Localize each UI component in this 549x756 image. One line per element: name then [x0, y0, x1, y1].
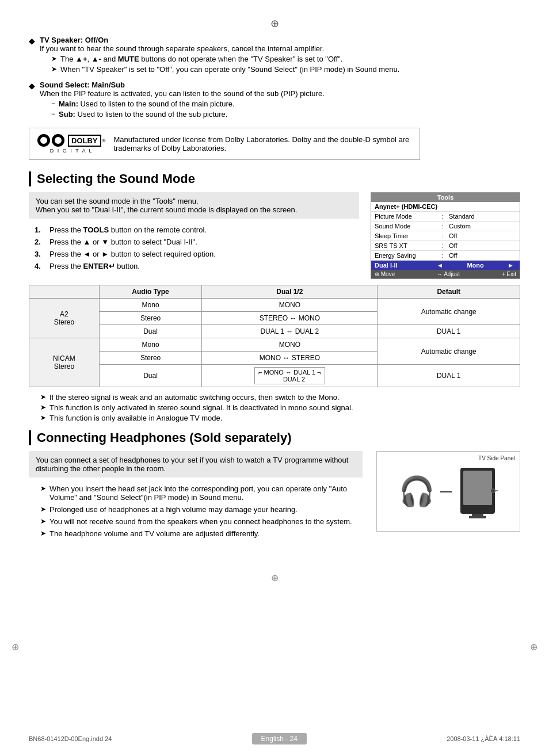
headphones-note-2: ➤ Prolonged use of headphones at a high … — [40, 505, 365, 514]
tools-panel-title: Tools — [371, 193, 520, 202]
arrow-icon: ➤ — [40, 414, 46, 422]
arrow-icon: ➤ — [40, 403, 46, 411]
tools-row-picture: Picture Mode : Standard — [371, 212, 520, 222]
headphones-note-3-text: You will not receive sound from the spea… — [49, 517, 352, 526]
tools-row-value: Off — [449, 242, 516, 249]
table-cell-dual: DUAL 1 ↔ DUAL 2 — [202, 325, 378, 338]
arrow-icon: ➤ — [51, 55, 57, 63]
arrow-left-icon: ◄ — [437, 262, 443, 269]
table-cell-default: Automatic change — [378, 299, 520, 325]
arrow-icon: ➤ — [40, 517, 46, 525]
arrow-icon: ➤ — [51, 65, 57, 73]
arrow-right-icon: ► — [508, 262, 514, 269]
headphones-info-box: You can connect a set of headphones to y… — [29, 451, 363, 478]
tools-row-label: SRS TS XT — [375, 242, 442, 249]
tools-row-sleep: Sleep Timer : Off — [371, 231, 520, 241]
tools-footer-adjust: ↔ Adjust — [437, 271, 460, 277]
headphones-note-4-text: The headphone volume and TV volume are a… — [49, 529, 260, 538]
dolby-text: Manufactured under license from Dolby La… — [113, 135, 411, 152]
sound-mode-info-box: You can set the sound mode in the "Tools… — [29, 192, 359, 219]
table-cell-dual: STEREO ↔ MONO — [202, 312, 378, 325]
connector-line — [440, 491, 452, 492]
dolby-box: DOLBY® D I G I T A L Manufactured under … — [29, 128, 420, 160]
table-cell-group: A2Stereo — [29, 299, 100, 338]
headphone-icon: 🎧 — [399, 475, 434, 508]
dash-icon: − — [51, 100, 55, 108]
sound-select-title: Sound Select: Main/Sub — [40, 81, 125, 89]
compass-bottom-icon: ⊕ — [29, 572, 520, 583]
table-cell-default: Automatic change — [378, 338, 520, 365]
table-cell-dual: MONO — [202, 338, 378, 352]
table-cell-dual: MONO ↔ STEREO — [202, 352, 378, 365]
sound-select-sub: Sub: Used to listen to the sound of the … — [59, 110, 227, 119]
section-header: Connecting Headphones (Sold separately) — [29, 430, 520, 445]
step-3: 3. Press the ◄ or ► button to select req… — [35, 250, 359, 258]
tv-body — [458, 462, 498, 521]
tools-row-label: Anynet+ (HDMI-CEC) — [375, 203, 516, 210]
tools-row-label: Picture Mode — [375, 213, 442, 220]
tools-panel: Tools Anynet+ (HDMI-CEC) Picture Mode : … — [371, 192, 520, 279]
table-cell-type: Stereo — [99, 312, 201, 325]
table-row: NICAMStereo Mono MONO Automatic change — [29, 338, 520, 352]
tv-side-label: TV Side Panel — [478, 455, 515, 461]
note-1-text: If the stereo signal is weak and an auto… — [49, 393, 340, 402]
svg-point-5 — [492, 490, 494, 492]
tools-row-label: Sound Mode — [375, 223, 442, 230]
tools-row-value: Standard — [449, 213, 516, 220]
tv-speaker-sub1: The ▲+, ▲- and MUTE buttons do not opera… — [60, 55, 342, 63]
note-2: ➤ This function is only activated in ste… — [40, 403, 520, 412]
table-cell-dual: ⌐ MONO ↔ DUAL 1 ¬ DUAL 2 — [202, 365, 378, 387]
dolby-sub-text: D I G I T A L — [50, 148, 93, 154]
step-1-text: Press the TOOLS button on the remote con… — [49, 226, 207, 234]
tools-row-sound: Sound Mode : Custom — [371, 222, 520, 231]
footer-right: 2008-03-11 ¿ÀÈÄ 4:18:11 — [447, 735, 520, 742]
tools-row-value: Off — [449, 252, 516, 259]
step-4: 4. Press the ENTER↵ button. — [35, 262, 359, 270]
info-line2: When you set to "Dual I-II", the current… — [36, 205, 297, 214]
table-cell-type: Mono — [99, 338, 201, 352]
table-header-dual: Dual 1/2 — [202, 285, 378, 299]
headphones-note-1-text: When you insert the head set jack into t… — [49, 484, 365, 502]
step-3-text: Press the ◄ or ► button to select requir… — [49, 250, 216, 258]
compass-left-icon: ⊕ — [12, 642, 19, 652]
step-2-text: Press the ▲ or ▼ button to select "Dual … — [49, 238, 197, 246]
table-header-default: Default — [378, 285, 520, 299]
tools-footer-move: ⊕ Move — [375, 271, 395, 277]
dual-label: Dual I-II — [375, 262, 434, 269]
tools-row-value: Custom — [449, 223, 516, 230]
page-number-badge: English - 24 — [252, 733, 307, 744]
table-cell-type: Dual — [99, 325, 201, 338]
tools-row-energy: Energy Saving : Off — [371, 251, 520, 261]
tools-footer-exit: + Exit — [502, 271, 516, 277]
page-footer: BN68-01412D-00Eng.indd 24 English - 24 2… — [29, 733, 520, 744]
arrow-icon: ➤ — [40, 393, 46, 401]
step-4-text: Press the ENTER↵ button. — [49, 262, 140, 270]
step-num: 2. — [35, 238, 46, 246]
tools-row-anynet: Anynet+ (HDMI-CEC) — [371, 202, 520, 212]
section-header: Selecting the Sound Mode — [29, 171, 520, 186]
section-title: Connecting Headphones (Sold separately) — [37, 430, 520, 445]
tools-footer: ⊕ Move ↔ Adjust + Exit — [371, 270, 520, 278]
tools-row-label: Sleep Timer — [375, 232, 442, 239]
step-num: 1. — [35, 226, 46, 234]
sound-select-section: ◆ Sound Select: Main/Sub When the PIP fe… — [29, 81, 520, 119]
table-row: A2Stereo Mono MONO Automatic change — [29, 299, 520, 312]
headphones-note-2-text: Prolonged use of headphones at a high vo… — [49, 505, 298, 514]
step-num: 4. — [35, 262, 46, 270]
sound-select-main: Main: Used to listen to the sound of the… — [59, 100, 235, 108]
bullet-diamond: ◆ — [29, 36, 35, 45]
arrow-icon: ➤ — [40, 505, 46, 513]
compass-top-icon: ⊕ — [29, 17, 520, 30]
table-cell-type: Mono — [99, 299, 201, 312]
tv-side-panel-box: TV Side Panel 🎧 — [376, 451, 520, 532]
note-2-text: This function is only activated in stere… — [49, 403, 353, 412]
table-header-audio: Audio Type — [99, 285, 201, 299]
headphones-note-3: ➤ You will not receive sound from the sp… — [40, 517, 365, 526]
note-3-text: This function is only available in Analo… — [49, 414, 222, 422]
sound-select-body: When the PIP feature is activated, you c… — [40, 89, 325, 98]
footer-left: BN68-01412D-00Eng.indd 24 — [29, 735, 112, 742]
tools-row-srs: SRS TS XT : Off — [371, 241, 520, 251]
tv-illustration: 🎧 — [399, 462, 498, 521]
headphones-note-4: ➤ The headphone volume and TV volume are… — [40, 529, 365, 538]
table-row: Dual ⌐ MONO ↔ DUAL 1 ¬ DUAL 2 DUAL 1 — [29, 365, 520, 387]
